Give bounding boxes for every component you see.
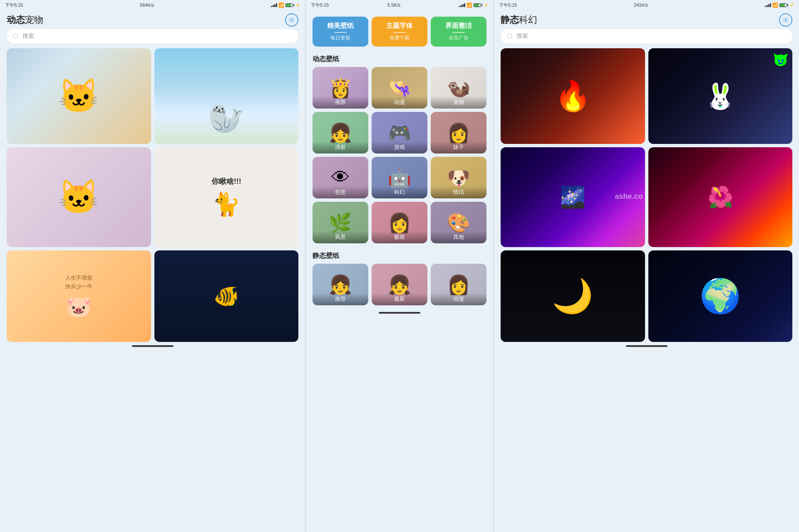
static-item-anime[interactable]: 👩 动漫 (431, 264, 486, 305)
static-section-title: 静态壁纸 (306, 248, 493, 264)
status-icons-middle: 📶 ⚡ (459, 2, 488, 8)
category-label-fresh: 清新 (313, 141, 368, 153)
right-search-placeholder: 搜索 (516, 32, 528, 40)
category-label-couple: 情侣 (431, 186, 486, 198)
status-bar-left: 下午5:15 564K/s 📶 ⚡ (0, 0, 305, 10)
wallpaper-text-5: 人生不堪烦快乐少一牛 (65, 274, 92, 291)
right-wp-5[interactable]: 🌙 (501, 250, 645, 342)
category-item-pet[interactable]: 🦦 宠物 (431, 67, 486, 109)
status-time-middle: 下午5:15 (311, 2, 329, 8)
category-label-creative: 创意 (313, 186, 368, 198)
category-label-game: 游戏 (372, 141, 427, 153)
right-title: 静态科幻 (501, 14, 537, 26)
feature-card-font-sub: 免费下载 (376, 35, 423, 42)
left-wallpaper-grid: 🐱 🦭 🐱 你瞅啥!!! 🐈 人生不堪烦快乐少一牛 🐷 🐠 (0, 48, 305, 342)
feature-card-clean[interactable]: 界面整洁 永无广告 (431, 17, 486, 47)
status-bar-right: 下午5:15 241K/s 📶 ⚡ (494, 0, 799, 10)
feature-card-underline-1 (334, 32, 347, 33)
status-speed-right: 241K/s (634, 2, 648, 7)
category-label-girl: 妹子 (431, 141, 486, 153)
wallpaper-emoji-5: 🐷 (66, 294, 92, 319)
static-item-recommend[interactable]: 👧 推荐 (313, 264, 368, 305)
feature-card-clean-sub: 永无广告 (435, 35, 482, 42)
static-label-recommend: 推荐 (313, 293, 368, 305)
left-header: 动态宠物 (0, 10, 305, 29)
right-wp-4[interactable]: 🌺 (648, 147, 793, 247)
left-search-placeholder: 搜索 (22, 32, 34, 40)
right-settings-button[interactable] (779, 13, 792, 27)
right-wp-1[interactable]: 🔥 (501, 48, 645, 144)
static-label-new: 最新 (372, 293, 427, 305)
wallpaper-item-2[interactable]: 🦭 (154, 48, 299, 144)
feature-card-clean-title: 界面整洁 (435, 22, 482, 30)
signal-icon-mid (459, 3, 465, 7)
category-item-recommend[interactable]: 👸 推荐 (313, 67, 368, 109)
feature-card-wallpaper-title: 精美壁纸 (317, 22, 364, 30)
right-search-bar[interactable]: 搜索 (501, 29, 792, 43)
bottom-nav-line-right (626, 345, 667, 347)
divider-mid-right (493, 0, 494, 532)
category-label-anime: 动漫 (372, 96, 427, 109)
status-time-left: 下午5:15 (5, 2, 23, 8)
category-label-pet: 宠物 (431, 96, 486, 109)
dynamic-category-grid: 👸 推荐 👒 动漫 🦦 宠物 👧 清新 🎮 游戏 👩 妹子 👁 (306, 67, 493, 243)
feature-card-underline-2 (393, 32, 406, 33)
wallpaper-item-3[interactable]: 🐱 (7, 147, 151, 247)
category-item-game[interactable]: 🎮 游戏 (372, 112, 427, 153)
right-wp-6[interactable]: 🌍 (648, 250, 793, 342)
wallpaper-text-4: 你瞅啥!!! (211, 176, 241, 187)
category-item-other[interactable]: 🎨 其他 (431, 202, 486, 243)
wallpaper-item-5[interactable]: 人生不堪烦快乐少一牛 🐷 (7, 250, 151, 342)
right-header: 静态科幻 (494, 10, 799, 29)
right-wp-2[interactable]: 🐰 😈 (648, 48, 793, 144)
feature-card-wallpaper[interactable]: 精美壁纸 每日更新 (313, 17, 368, 47)
battery-icon-mid (474, 3, 482, 7)
feature-card-font-title: 主题字体 (376, 22, 423, 30)
category-item-landscape[interactable]: 🌿 风景 (313, 202, 368, 243)
category-item-scifi[interactable]: 🤖 科幻 (372, 157, 427, 198)
wallpaper-item-1[interactable]: 🐱 (7, 48, 151, 144)
category-item-couple[interactable]: 🐶 情侣 (431, 157, 486, 198)
category-item-girl[interactable]: 👩 妹子 (431, 112, 486, 153)
category-label-recommend: 推荐 (313, 96, 368, 109)
watermark-right: ashe.co (615, 192, 643, 201)
status-speed-middle: 5.5K/s (387, 2, 400, 7)
category-label-other: 其他 (431, 231, 486, 243)
category-label-extreme: 极致 (372, 231, 427, 243)
status-time-right: 下午5:15 (499, 2, 517, 8)
search-icon-right (506, 33, 513, 40)
category-item-anime[interactable]: 👒 动漫 (372, 67, 427, 109)
category-label-landscape: 风景 (313, 231, 368, 243)
category-item-creative[interactable]: 👁 创意 (313, 157, 368, 198)
static-label-anime: 动漫 (431, 293, 486, 305)
svg-point-3 (507, 34, 512, 38)
left-panel: 下午5:15 564K/s 📶 ⚡ 动态宠物 (0, 0, 305, 532)
signal-icon-right (765, 3, 771, 7)
svg-point-1 (13, 34, 18, 38)
left-title: 动态宠物 (7, 14, 43, 26)
charge-icon-right: ⚡ (789, 3, 794, 7)
status-bar-middle: 下午5:15 5.5K/s 📶 ⚡ (306, 0, 493, 10)
status-icons-right: 📶 ⚡ (765, 2, 794, 8)
category-item-extreme[interactable]: 👩 极致 (372, 202, 427, 243)
right-panel: 下午5:15 241K/s 📶 ⚡ 静态科幻 (494, 0, 799, 532)
wallpaper-item-4[interactable]: 你瞅啥!!! 🐈 (154, 147, 299, 247)
right-wallpaper-grid: 🔥 🐰 😈 🌌 ashe.co 🌺 🌙 🌍 (494, 48, 799, 342)
status-icons-left: 📶 ⚡ (271, 2, 300, 8)
category-item-fresh[interactable]: 👧 清新 (313, 112, 368, 153)
signal-icon (271, 3, 277, 7)
svg-point-2 (785, 19, 787, 21)
bottom-nav-line-mid (379, 312, 420, 314)
right-wp-3[interactable]: 🌌 ashe.co (501, 147, 645, 247)
svg-point-0 (291, 19, 293, 21)
wifi-icon: 📶 (278, 2, 284, 8)
wallpaper-item-6[interactable]: 🐠 (154, 250, 299, 342)
feature-card-wallpaper-sub: 每日更新 (317, 35, 364, 42)
static-item-new[interactable]: 👧 最新 (372, 264, 427, 305)
left-search-bar[interactable]: 搜索 (7, 29, 298, 43)
left-settings-button[interactable] (285, 13, 298, 27)
battery-icon-right (779, 3, 788, 7)
feature-card-font[interactable]: 主题字体 免费下载 (372, 17, 427, 47)
wallpaper-emoji-4: 🐈 (212, 191, 241, 218)
feature-cards: 精美壁纸 每日更新 主题字体 免费下载 界面整洁 永无广告 (306, 10, 493, 52)
